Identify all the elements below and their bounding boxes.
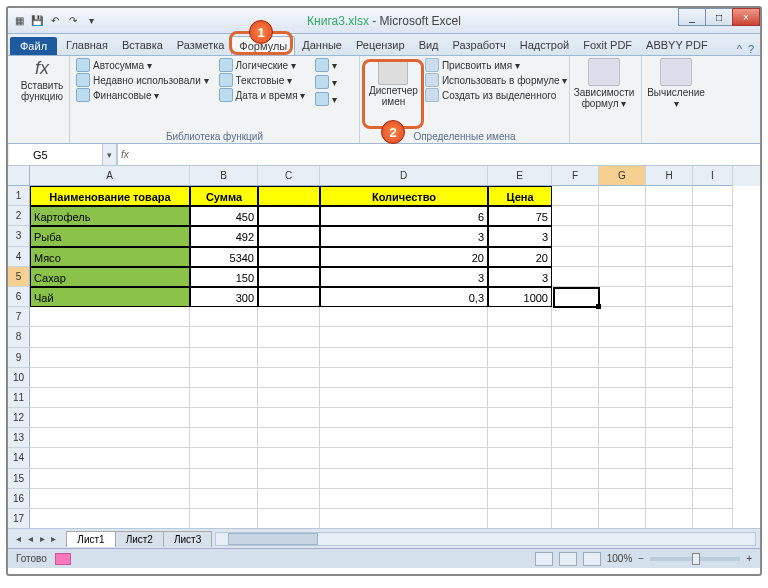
cell[interactable] xyxy=(646,388,693,408)
row-header-14[interactable]: 14 xyxy=(8,448,30,468)
cell[interactable] xyxy=(320,307,488,327)
cell[interactable] xyxy=(552,327,599,347)
cell[interactable] xyxy=(646,368,693,388)
tab-Главная[interactable]: Главная xyxy=(59,36,115,55)
c-cell[interactable] xyxy=(258,247,320,267)
cell[interactable] xyxy=(258,368,320,388)
sum-cell[interactable]: 450 xyxy=(190,206,258,226)
cell[interactable] xyxy=(552,307,599,327)
cell[interactable] xyxy=(320,368,488,388)
undo-icon[interactable]: ↶ xyxy=(48,14,62,28)
cell[interactable] xyxy=(552,368,599,388)
cell[interactable] xyxy=(693,348,733,368)
c-cell[interactable] xyxy=(258,226,320,246)
cell[interactable] xyxy=(190,388,258,408)
cell[interactable] xyxy=(646,448,693,468)
function-library-item[interactable]: Дата и время ▾ xyxy=(219,88,306,102)
cell[interactable] xyxy=(30,489,190,509)
cell[interactable] xyxy=(599,509,646,528)
cell[interactable] xyxy=(552,428,599,448)
cell[interactable] xyxy=(693,408,733,428)
cell[interactable] xyxy=(599,368,646,388)
row-header-15[interactable]: 15 xyxy=(8,469,30,489)
price-cell[interactable]: 1000 xyxy=(488,287,552,307)
sum-cell[interactable]: 5340 xyxy=(190,247,258,267)
sheet-tab-active[interactable]: Лист1 xyxy=(66,531,115,547)
row-header-5[interactable]: 5 xyxy=(8,267,30,287)
function-library-item[interactable]: Финансовые ▾ xyxy=(76,88,209,102)
math-trig-menu[interactable]: ▾ xyxy=(315,75,337,89)
row-header-6[interactable]: 6 xyxy=(8,287,30,307)
cell[interactable] xyxy=(320,469,488,489)
name-manager-button[interactable]: Диспетчер имен xyxy=(366,58,421,108)
insert-function-button[interactable]: fx Вставить функцию xyxy=(14,58,70,102)
row-header-13[interactable]: 13 xyxy=(8,428,30,448)
cell[interactable] xyxy=(488,327,552,347)
cell[interactable] xyxy=(693,247,733,267)
formula-auditing-button[interactable]: Зависимости формул ▾ xyxy=(576,58,632,109)
qty-cell[interactable]: 3 xyxy=(320,226,488,246)
redo-icon[interactable]: ↷ xyxy=(66,14,80,28)
cell[interactable] xyxy=(693,327,733,347)
cell[interactable] xyxy=(552,206,599,226)
cell[interactable] xyxy=(599,489,646,509)
cell[interactable] xyxy=(599,226,646,246)
cell[interactable] xyxy=(30,348,190,368)
sum-cell[interactable]: 492 xyxy=(190,226,258,246)
cell[interactable] xyxy=(488,408,552,428)
cell[interactable] xyxy=(258,469,320,489)
cell[interactable] xyxy=(258,408,320,428)
name-box[interactable]: G5 xyxy=(9,144,103,165)
cell[interactable] xyxy=(190,509,258,528)
cell[interactable] xyxy=(552,509,599,528)
cell[interactable] xyxy=(258,307,320,327)
cell[interactable] xyxy=(320,408,488,428)
cell[interactable] xyxy=(320,448,488,468)
tab-file[interactable]: Файл xyxy=(10,37,57,55)
tab-Данные[interactable]: Данные xyxy=(295,36,349,55)
cell[interactable] xyxy=(488,509,552,528)
price-cell[interactable]: 20 xyxy=(488,247,552,267)
cell[interactable] xyxy=(190,327,258,347)
cell[interactable] xyxy=(646,408,693,428)
function-library-item[interactable]: Недавно использовали ▾ xyxy=(76,73,209,87)
cell[interactable] xyxy=(693,226,733,246)
cell[interactable] xyxy=(646,186,693,206)
cell[interactable] xyxy=(30,408,190,428)
cell[interactable] xyxy=(646,226,693,246)
tab-Рецензир[interactable]: Рецензир xyxy=(349,36,412,55)
cell[interactable] xyxy=(646,469,693,489)
qty-cell[interactable]: 6 xyxy=(320,206,488,226)
cell[interactable] xyxy=(320,327,488,347)
name-cell[interactable]: Картофель xyxy=(30,206,190,226)
sum-cell[interactable]: 300 xyxy=(190,287,258,307)
cell[interactable] xyxy=(693,388,733,408)
row-header-16[interactable]: 16 xyxy=(8,489,30,509)
cell[interactable] xyxy=(190,489,258,509)
cell[interactable] xyxy=(30,469,190,489)
header-cell[interactable]: Наименование товара xyxy=(30,186,190,206)
row-header-12[interactable]: 12 xyxy=(8,408,30,428)
view-normal-button[interactable] xyxy=(535,552,553,566)
row-header-9[interactable]: 9 xyxy=(8,348,30,368)
cell[interactable] xyxy=(488,348,552,368)
qty-cell[interactable]: 0,3 xyxy=(320,287,488,307)
cell[interactable] xyxy=(646,489,693,509)
cell[interactable] xyxy=(552,489,599,509)
defined-names-item[interactable]: Использовать в формуле ▾ xyxy=(425,73,568,87)
cell[interactable] xyxy=(258,428,320,448)
cell[interactable] xyxy=(552,186,599,206)
cell[interactable] xyxy=(488,368,552,388)
cell[interactable] xyxy=(646,267,693,287)
cell[interactable] xyxy=(190,307,258,327)
cell[interactable] xyxy=(693,489,733,509)
cell[interactable] xyxy=(693,469,733,489)
row-header-1[interactable]: 1 xyxy=(8,186,30,206)
cell[interactable] xyxy=(646,206,693,226)
column-header-B[interactable]: B xyxy=(190,166,258,186)
lookup-ref-menu[interactable]: ▾ xyxy=(315,58,337,72)
row-header-8[interactable]: 8 xyxy=(8,327,30,347)
maximize-button[interactable]: □ xyxy=(705,8,733,26)
cell[interactable] xyxy=(190,448,258,468)
sheet-tab[interactable]: Лист2 xyxy=(115,531,164,547)
